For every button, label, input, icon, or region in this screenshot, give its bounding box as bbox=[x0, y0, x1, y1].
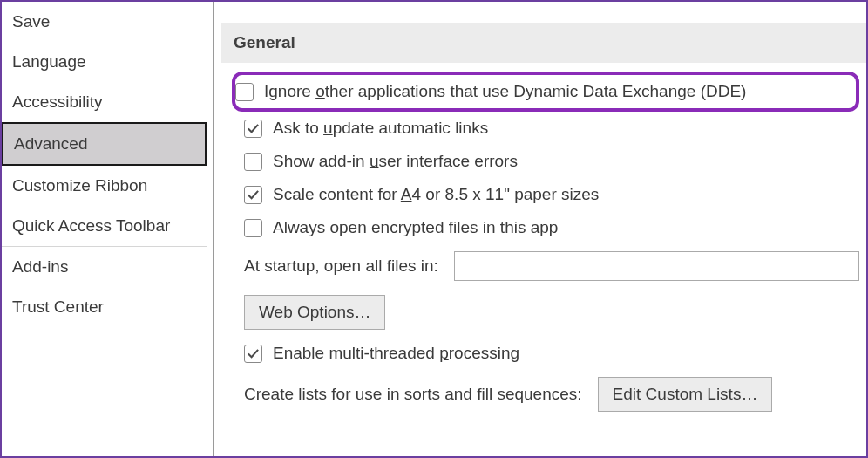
checkbox-encrypted[interactable] bbox=[244, 219, 262, 237]
checkbox-addin-errors[interactable] bbox=[244, 153, 262, 171]
general-options: Ignore other applications that use Dynam… bbox=[221, 63, 866, 419]
check-icon bbox=[247, 188, 260, 202]
label-startup-path: At startup, open all files in: bbox=[244, 256, 438, 276]
checkbox-multithread[interactable] bbox=[244, 345, 262, 363]
edit-custom-lists-button[interactable]: Edit Custom Lists… bbox=[598, 377, 773, 412]
web-options-button[interactable]: Web Options… bbox=[244, 295, 385, 330]
sidebar-item-trust-center[interactable]: Trust Center bbox=[2, 287, 207, 327]
startup-path-input[interactable] bbox=[454, 251, 859, 281]
web-options-row: Web Options… bbox=[232, 288, 859, 337]
label-addin-errors: Show add-in user interface errors bbox=[273, 152, 518, 171]
sidebar-item-add-ins[interactable]: Add-ins bbox=[2, 247, 207, 287]
startup-path-row: At startup, open all files in: bbox=[232, 244, 859, 288]
check-icon bbox=[247, 122, 260, 135]
options-dialog: Save Language Accessibility Advanced Cus… bbox=[0, 0, 868, 458]
sidebar-item-customize-ribbon[interactable]: Customize Ribbon bbox=[2, 166, 207, 206]
option-multithread[interactable]: Enable multi-threaded processing bbox=[232, 337, 859, 370]
checkbox-ignore-dde[interactable] bbox=[235, 83, 254, 101]
label-encrypted: Always open encrypted files in this app bbox=[273, 218, 558, 237]
option-update-links[interactable]: Ask to update automatic links bbox=[232, 112, 859, 145]
custom-lists-row: Create lists for use in sorts and fill s… bbox=[232, 370, 859, 419]
checkbox-update-links[interactable] bbox=[244, 120, 262, 138]
label-multithread: Enable multi-threaded processing bbox=[273, 344, 519, 363]
option-encrypted[interactable]: Always open encrypted files in this app bbox=[232, 211, 859, 244]
sidebar-item-save[interactable]: Save bbox=[2, 2, 207, 42]
label-update-links: Ask to update automatic links bbox=[273, 119, 488, 138]
section-general-header: General bbox=[221, 23, 866, 63]
sidebar-item-advanced[interactable]: Advanced bbox=[2, 122, 207, 166]
option-scale-a4[interactable]: Scale content for A4 or 8.5 x 11" paper … bbox=[232, 178, 859, 211]
sidebar-item-accessibility[interactable]: Accessibility bbox=[2, 82, 207, 122]
options-sidebar: Save Language Accessibility Advanced Cus… bbox=[2, 2, 207, 456]
sidebar-item-language[interactable]: Language bbox=[2, 42, 207, 82]
label-custom-lists: Create lists for use in sorts and fill s… bbox=[244, 385, 582, 404]
options-content: General Ignore other applications that u… bbox=[214, 2, 866, 456]
checkbox-scale-a4[interactable] bbox=[244, 186, 262, 204]
label-ignore-dde: Ignore other applications that use Dynam… bbox=[264, 82, 746, 101]
option-ignore-dde[interactable]: Ignore other applications that use Dynam… bbox=[232, 72, 859, 112]
sidebar-item-quick-access-toolbar[interactable]: Quick Access Toolbar bbox=[2, 206, 207, 246]
check-icon bbox=[247, 347, 260, 360]
label-scale-a4: Scale content for A4 or 8.5 x 11" paper … bbox=[273, 185, 599, 204]
option-addin-errors[interactable]: Show add-in user interface errors bbox=[232, 145, 859, 178]
